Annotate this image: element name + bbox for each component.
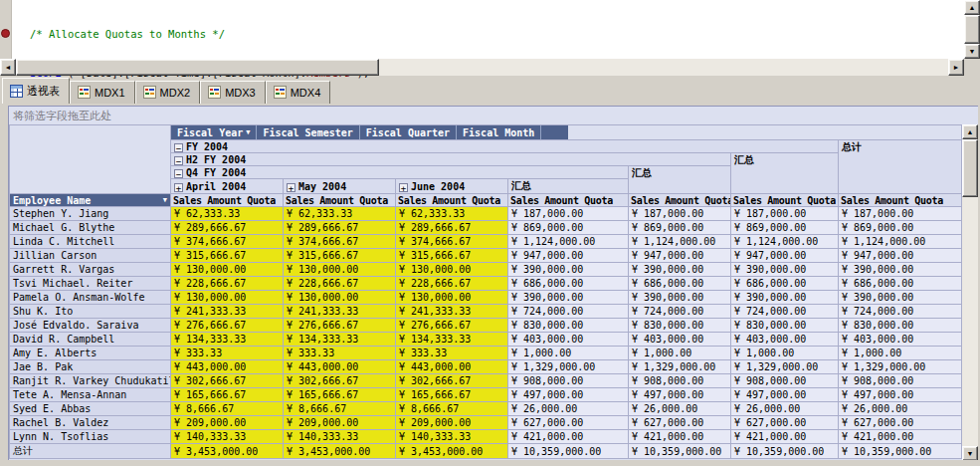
quota-cell-editable[interactable]: ¥ 228,666.67 — [171, 277, 284, 291]
measure-header-cell[interactable]: Sales Amount Quota — [731, 194, 839, 207]
employee-name-cell[interactable]: Stephen Y. Jiang — [10, 207, 171, 221]
quota-cell-editable[interactable]: ¥ 443,000.00 — [171, 360, 284, 374]
quota-cell[interactable]: ¥ 908,000.00 — [839, 374, 962, 388]
employee-name-cell[interactable]: 总计 — [10, 444, 171, 459]
quota-cell[interactable]: ¥ 390,000.00 — [508, 263, 629, 277]
quota-cell[interactable]: ¥ 187,000.00 — [508, 207, 629, 221]
quota-cell-editable[interactable]: ¥ 333.33 — [171, 347, 284, 360]
employee-name-cell[interactable]: Rachel B. Valdez — [10, 416, 171, 430]
measure-header-cell[interactable]: Sales Amount Quota — [508, 194, 629, 207]
employee-name-cell[interactable]: Syed E. Abbas — [10, 402, 171, 416]
measure-header-cell[interactable]: Sales Amount Quota — [839, 194, 962, 207]
expand-icon[interactable]: + — [287, 183, 295, 192]
quota-cell[interactable]: ¥ 403,000.00 — [508, 333, 629, 347]
quota-cell[interactable]: ¥ 421,000.00 — [731, 430, 839, 444]
employee-name-cell[interactable]: Tete A. Mensa-Annan — [10, 388, 171, 402]
quota-cell-editable[interactable]: ¥ 276,666.67 — [396, 319, 508, 333]
quota-cell[interactable]: ¥ 830,000.00 — [629, 319, 731, 333]
pivot-vscrollbar[interactable]: ▲ ▼ — [962, 124, 978, 460]
quota-cell[interactable]: ¥ 947,000.00 — [839, 249, 962, 263]
quota-cell-editable[interactable]: ¥ 315,666.67 — [284, 249, 396, 263]
quota-cell[interactable]: ¥ 26,000.00 — [508, 402, 629, 416]
quota-cell-editable[interactable]: ¥ 289,666.67 — [171, 221, 284, 235]
quota-cell[interactable]: ¥ 421,000.00 — [508, 430, 629, 444]
quota-cell-editable[interactable]: ¥ 165,666.67 — [284, 388, 396, 402]
quota-cell[interactable]: ¥ 627,000.00 — [508, 416, 629, 430]
quota-cell-editable[interactable]: ¥ 209,000.00 — [171, 416, 284, 430]
quota-cell[interactable]: ¥ 1,329,000.00 — [508, 360, 629, 374]
employee-name-cell[interactable]: José Edvaldo. Saraiva — [10, 319, 171, 333]
quota-cell[interactable]: ¥ 1,124,000.00 — [629, 235, 731, 249]
quota-cell[interactable]: ¥ 908,000.00 — [731, 374, 839, 388]
quota-cell[interactable]: ¥ 497,000.00 — [839, 388, 962, 402]
quota-cell-editable[interactable]: ¥ 130,000.00 — [171, 291, 284, 305]
quota-cell[interactable]: ¥ 390,000.00 — [731, 263, 839, 277]
quota-cell[interactable]: ¥ 724,000.00 — [629, 305, 731, 319]
measure-header-cell[interactable]: Sales Amount Quota — [284, 194, 396, 207]
quota-cell-editable[interactable]: ¥ 165,666.67 — [171, 388, 284, 402]
collapse-icon[interactable]: − — [174, 169, 183, 178]
hierarchy-cell-semester[interactable]: −H2 FY 2004 — [171, 153, 731, 166]
quota-cell[interactable]: ¥ 390,000.00 — [508, 291, 629, 305]
employee-name-cell[interactable]: Jillian Carson — [10, 249, 171, 263]
quota-cell[interactable]: ¥ 187,000.00 — [839, 207, 962, 221]
quota-cell-editable[interactable]: ¥ 241,333.33 — [171, 305, 284, 319]
breakpoint-icon[interactable] — [1, 29, 10, 38]
quota-cell-editable[interactable]: ¥ 130,000.00 — [396, 291, 508, 305]
quota-cell[interactable]: ¥ 26,000.00 — [731, 402, 839, 416]
quota-cell-editable[interactable]: ¥ 8,666.67 — [396, 402, 508, 416]
quota-cell[interactable]: ¥ 724,000.00 — [839, 305, 962, 319]
quota-cell-editable[interactable]: ¥ 302,666.67 — [171, 374, 284, 388]
quota-cell-editable[interactable]: ¥ 62,333.33 — [284, 207, 396, 221]
quota-cell[interactable]: ¥ 724,000.00 — [731, 305, 839, 319]
quota-cell[interactable]: ¥ 1,000.00 — [508, 347, 629, 360]
quota-cell-editable[interactable]: ¥ 140,333.33 — [396, 430, 508, 444]
quota-cell-editable[interactable]: ¥ 130,000.00 — [171, 263, 284, 277]
field-button-fiscal-quarter[interactable]: Fiscal Quarter — [360, 125, 457, 139]
quota-cell[interactable]: ¥ 497,000.00 — [731, 388, 839, 402]
filter-drop-zone[interactable]: 将筛选字段拖至此处 — [9, 107, 978, 124]
quota-cell-editable[interactable]: ¥ 62,333.33 — [396, 207, 508, 221]
quota-cell[interactable]: ¥ 26,000.00 — [629, 402, 731, 416]
quota-cell-editable[interactable]: ¥ 134,333.33 — [284, 333, 396, 347]
scroll-up-button[interactable]: ▲ — [964, 0, 980, 15]
quota-cell[interactable]: ¥ 187,000.00 — [731, 207, 839, 221]
quota-cell[interactable]: ¥ 421,000.00 — [839, 430, 962, 444]
month-header-april[interactable]: +April 2004 — [171, 179, 284, 194]
grand-total-header[interactable]: 总计 — [839, 140, 962, 194]
quota-cell[interactable]: ¥ 1,124,000.00 — [508, 235, 629, 249]
tab-mdx3[interactable]: MDX3 — [200, 81, 266, 104]
scroll-left-button[interactable]: ◄ — [0, 59, 16, 76]
mdx-script-editor[interactable]: /* Allocate Quotas to Months */ SCOPE ( … — [0, 0, 964, 59]
quota-cell[interactable]: ¥ 908,000.00 — [629, 374, 731, 388]
expand-icon[interactable]: + — [399, 183, 408, 192]
quota-cell[interactable]: ¥ 1,000.00 — [839, 347, 962, 360]
quota-cell[interactable]: ¥ 1,329,000.00 — [839, 360, 962, 374]
quota-cell-editable[interactable]: ¥ 134,333.33 — [171, 333, 284, 347]
employee-name-cell[interactable]: Amy E. Alberts — [10, 347, 171, 360]
quota-cell[interactable]: ¥ 627,000.00 — [839, 416, 962, 430]
measure-header-cell[interactable]: Sales Amount Quota — [171, 194, 284, 207]
quota-cell[interactable]: ¥ 10,359,000.00 — [839, 444, 962, 459]
scroll-down-button[interactable]: ▼ — [962, 446, 978, 460]
quota-cell[interactable]: ¥ 390,000.00 — [731, 291, 839, 305]
quota-cell[interactable]: ¥ 497,000.00 — [508, 388, 629, 402]
quota-cell-editable[interactable]: ¥ 3,453,000.00 — [284, 444, 396, 459]
quota-cell-editable[interactable]: ¥ 241,333.33 — [396, 305, 508, 319]
quota-cell-editable[interactable]: ¥ 443,000.00 — [284, 360, 396, 374]
quota-cell[interactable]: ¥ 627,000.00 — [731, 416, 839, 430]
quota-cell-editable[interactable]: ¥ 374,666.67 — [171, 235, 284, 249]
quota-cell-editable[interactable]: ¥ 302,666.67 — [284, 374, 396, 388]
quota-cell-editable[interactable]: ¥ 276,666.67 — [171, 319, 284, 333]
hierarchy-cell-year[interactable]: −FY 2004 — [171, 140, 839, 153]
employee-name-cell[interactable]: Ranjit R. Varkey Chudukatil — [10, 374, 171, 388]
quota-cell-editable[interactable]: ¥ 333.33 — [284, 347, 396, 360]
quota-cell[interactable]: ¥ 390,000.00 — [839, 263, 962, 277]
quota-cell-editable[interactable]: ¥ 130,000.00 — [284, 263, 396, 277]
fy-subtotal-header[interactable]: 汇总 — [731, 153, 839, 194]
quota-cell[interactable]: ¥ 1,124,000.00 — [839, 235, 962, 249]
employee-name-cell[interactable]: Lynn N. Tsoflias — [10, 430, 171, 444]
quota-cell[interactable]: ¥ 686,000.00 — [839, 277, 962, 291]
quota-cell-editable[interactable]: ¥ 140,333.33 — [284, 430, 396, 444]
quota-cell-editable[interactable]: ¥ 228,666.67 — [284, 277, 396, 291]
